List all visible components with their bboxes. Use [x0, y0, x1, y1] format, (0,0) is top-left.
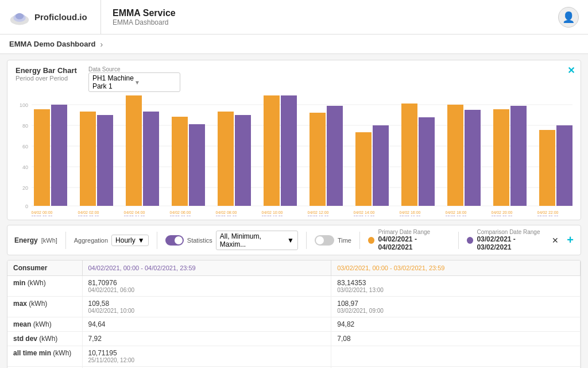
svg-text:60: 60	[22, 144, 28, 150]
col-comparison-date-header: 03/02/2021, 00:00 - 03/02/2021, 23:59	[331, 260, 581, 276]
breadcrumb-arrow-icon: ›	[100, 40, 103, 49]
table-row: mean (kWh) 94,64 94,82	[7, 317, 581, 332]
row-alltimemin-col2	[331, 346, 581, 367]
table-row: std dev (kWh) 7,92 7,08	[7, 332, 581, 346]
svg-text:03/02 08:00: 03/02 08:00	[216, 215, 237, 216]
row-min-label: min (kWh)	[7, 276, 82, 297]
svg-text:03/02 18:00: 03/02 18:00	[446, 215, 467, 216]
svg-text:03/02 10:00: 03/02 10:00	[262, 215, 283, 216]
svg-point-2	[16, 13, 24, 19]
svg-text:04/02 12:00: 04/02 12:00	[308, 210, 329, 214]
row-max-col1: 109,58 04/02/2021, 10:00	[82, 297, 331, 317]
chart-card: Energy Bar Chart Period over Period Data…	[7, 60, 581, 220]
bar-orange-2	[126, 95, 142, 206]
statistics-value: All, Minimum, Maxim...	[220, 232, 285, 248]
row-mean-label: mean (kWh)	[7, 317, 82, 332]
aggregation-arrow-icon: ▼	[138, 236, 145, 244]
chart-title-area: Energy Bar Chart Period over Period	[16, 66, 77, 82]
statistics-select[interactable]: All, Minimum, Maxim... ▼	[216, 231, 298, 250]
bar-orange-4	[218, 112, 234, 206]
logo-text: Proficloud.io	[34, 12, 87, 22]
bar-purple-4	[235, 115, 251, 206]
breadcrumb-label: EMMA Demo Dashboard	[9, 40, 95, 48]
row-stddev-label: std dev (kWh)	[7, 332, 82, 346]
row-alltimemin-col1: 10,71195 25/11/2020, 12:00	[82, 346, 331, 367]
svg-text:03/02 00:00: 03/02 00:00	[32, 215, 53, 216]
time-label: Time	[338, 237, 351, 244]
aggregation-value: Hourly	[115, 236, 136, 244]
header-right: 👤	[558, 7, 579, 28]
bar-orange-9	[447, 105, 463, 206]
comparison-date-dot	[467, 237, 473, 244]
row-mean-col1: 94,64	[82, 317, 331, 332]
app-header: Proficloud.io EMMA Service EMMA Dashboar…	[0, 0, 588, 34]
col-consumer-header: Consumer	[7, 260, 82, 276]
svg-text:04/02 02:00: 04/02 02:00	[78, 210, 99, 214]
bar-orange-7	[355, 132, 372, 206]
data-source-select[interactable]: PH1 Machine Park 1 ▼	[88, 72, 180, 92]
service-subtitle: EMMA Dashboard	[113, 18, 176, 26]
row-mean-col2: 94,82	[331, 317, 581, 332]
row-alltimemin-label: all time min (kWh)	[7, 346, 82, 367]
chart-card-header: Energy Bar Chart Period over Period Data…	[16, 66, 572, 92]
add-date-range-button[interactable]: +	[567, 233, 574, 247]
statistics-toggle[interactable]	[165, 235, 184, 246]
row-min-col1: 81,70976 04/02/2021, 06:00	[82, 276, 331, 297]
row-stddev-col2: 7,08	[331, 332, 581, 346]
bar-orange-0	[34, 109, 50, 206]
row-stddev-col1: 7,92	[82, 332, 331, 346]
bar-purple-5	[281, 95, 297, 206]
bar-orange-8	[401, 103, 417, 206]
bar-orange-10	[493, 109, 509, 206]
primary-date-label: Primary Date Range	[378, 229, 450, 235]
bar-purple-0	[51, 105, 67, 206]
svg-text:80: 80	[22, 123, 28, 129]
proficloud-logo-icon	[9, 9, 30, 25]
comparison-date-close-button[interactable]: ✕	[552, 236, 559, 245]
primary-date-range-group: Primary Date Range 04/02/2021 - 04/02/20…	[368, 229, 450, 251]
dropdown-arrow-icon: ▼	[134, 79, 176, 86]
separator-4	[359, 232, 360, 249]
bar-purple-10	[510, 106, 527, 206]
controls-bar: Energy [kWh] Aggregation Hourly ▼ Statis…	[7, 225, 581, 255]
time-toggle-knob	[316, 236, 324, 244]
row-max-col2: 108,97 03/02/2021, 09:00	[331, 297, 581, 317]
bar-orange-1	[80, 112, 96, 206]
bar-orange-11	[539, 130, 555, 206]
table-body: min (kWh) 81,70976 04/02/2021, 06:00 83,…	[7, 276, 581, 369]
svg-text:03/02 02:00: 03/02 02:00	[78, 215, 99, 216]
svg-text:100: 100	[20, 102, 28, 108]
chart-title: Energy Bar Chart	[16, 66, 77, 75]
bar-orange-5	[264, 95, 280, 206]
user-profile-button[interactable]: 👤	[558, 7, 579, 28]
svg-text:04/02 22:00: 04/02 22:00	[537, 210, 559, 214]
energy-group: Energy [kWh]	[14, 236, 57, 244]
svg-text:04/02 14:00: 04/02 14:00	[354, 210, 375, 214]
bar-purple-2	[143, 112, 159, 206]
svg-text:03/02 22:00: 03/02 22:00	[537, 215, 559, 216]
data-source-label: Data Source	[88, 66, 180, 72]
data-source-area: Data Source PH1 Machine Park 1 ▼	[88, 66, 180, 92]
aggregation-select[interactable]: Hourly ▼	[111, 235, 149, 246]
time-group: Time	[315, 235, 351, 246]
breadcrumb-bar: EMMA Demo Dashboard ›	[0, 34, 588, 54]
statistics-toggle-knob	[175, 236, 183, 244]
svg-text:03/02 06:00: 03/02 06:00	[170, 215, 191, 216]
bar-orange-3	[172, 117, 188, 206]
svg-text:0: 0	[25, 204, 28, 209]
svg-text:40: 40	[22, 164, 28, 170]
table-header: Consumer 04/02/2021, 00:00 - 04/02/2021,…	[7, 260, 581, 276]
bar-purple-8	[419, 117, 435, 206]
table-header-row: Consumer 04/02/2021, 00:00 - 04/02/2021,…	[7, 260, 581, 276]
row-min-col2: 83,14353 03/02/2021, 13:00	[331, 276, 581, 297]
svg-text:04/02 06:00: 04/02 06:00	[170, 210, 191, 214]
chart-close-button[interactable]: ✕	[567, 65, 575, 76]
svg-text:04/02 10:00: 04/02 10:00	[262, 210, 283, 214]
aggregation-label: Aggregation	[74, 237, 108, 244]
stats-table: Consumer 04/02/2021, 00:00 - 04/02/2021,…	[7, 260, 581, 368]
svg-text:04/02 00:00: 04/02 00:00	[32, 210, 53, 214]
time-toggle[interactable]	[315, 235, 334, 246]
bar-purple-7	[373, 125, 389, 206]
data-source-value: PH1 Machine Park 1	[92, 74, 134, 90]
primary-date-value: 04/02/2021 - 04/02/2021	[378, 235, 450, 251]
